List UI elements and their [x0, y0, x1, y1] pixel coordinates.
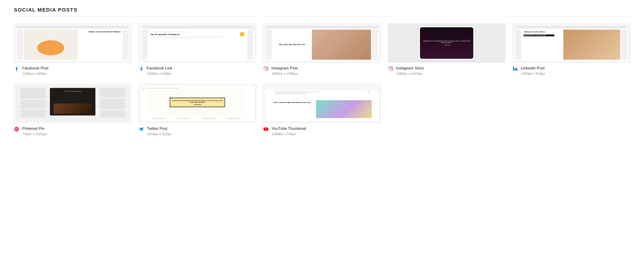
- twitter-icon: [138, 126, 144, 132]
- preview-headline: BUY ONE, GET ONE 50% OFF: [272, 30, 312, 60]
- section-title: SOCIAL MEDIA POSTS: [14, 7, 630, 17]
- svg-point-4: [390, 68, 392, 70]
- template-dimensions: 1080px x 1920px: [396, 72, 424, 75]
- template-card-instagram-post[interactable]: BUY ONE, GET ONE 50% OFF Instagram Post …: [263, 23, 381, 75]
- template-card-facebook-link[interactable]: Top Ten Benefits of Vitamin D Facebook L…: [138, 23, 256, 75]
- template-title: Facebook Post: [22, 66, 48, 71]
- youtube-icon: [263, 126, 269, 132]
- template-thumbnail: BUY ONE, GET ONE 50% OFF: [263, 23, 381, 63]
- svg-point-5: [392, 67, 392, 68]
- preview-attribution: —Michele Ruiz: [172, 104, 223, 105]
- template-thumbnail: “ IF PEOPLE ARE DOUBTING HOW FAR YOU CAN…: [138, 84, 256, 123]
- template-title: Instagram Post: [272, 66, 298, 71]
- svg-rect-3: [388, 67, 393, 71]
- template-thumbnail: Calling all online editors PROUDLY AMERI…: [512, 23, 630, 63]
- template-title: LinkedIn Post: [521, 66, 545, 71]
- template-title: Pinterest Pin: [22, 126, 47, 131]
- template-thumbnail: 20% off all takeout orders: [14, 84, 132, 123]
- template-thumbnail: GREAT JUICE FOR GREAT FRIENDS: [14, 23, 132, 63]
- template-card-twitter-post[interactable]: “ IF PEOPLE ARE DOUBTING HOW FAR YOU CAN…: [138, 84, 256, 136]
- linkedin-icon: [512, 66, 518, 72]
- preview-bar: PROUDLY AMERICA'S #1 CHOICE FOR CONTENT: [524, 35, 554, 36]
- template-grid: GREAT JUICE FOR GREAT FRIENDS Facebook P…: [14, 23, 630, 136]
- template-dimensions: 1200px x 628px: [521, 72, 545, 75]
- template-title: Facebook Link: [147, 66, 172, 71]
- facebook-icon: [14, 66, 20, 72]
- template-dimensions: 1080px x 1080px: [272, 72, 298, 75]
- preview-headline: 20% off all takeout orders: [51, 90, 94, 92]
- instagram-icon: [388, 66, 394, 72]
- template-title: YouTube Thumbnail: [272, 126, 306, 131]
- preview-headline: Top Ten Benefits of Vitamin D: [150, 33, 244, 36]
- svg-rect-0: [264, 67, 268, 71]
- template-thumbnail: Top Ten Benefits of Vitamin D: [138, 23, 256, 63]
- template-thumbnail: "Marketing is the act of telling stories…: [388, 23, 506, 63]
- preview-quote: "Marketing is the act of telling stories…: [422, 40, 472, 44]
- template-card-linkedin-post[interactable]: Calling all online editors PROUDLY AMERI…: [512, 23, 630, 75]
- preview-quote: IF PEOPLE ARE DOUBTING HOW FAR YOU CAN G…: [172, 100, 223, 103]
- preview-headline: Calling all online editors: [524, 31, 562, 33]
- template-title: Instagram Story: [396, 66, 424, 71]
- svg-point-2: [267, 67, 267, 68]
- preview-attribution: — Seth Godin: [422, 44, 472, 46]
- template-dimensions: 1200px x 900px: [22, 72, 48, 75]
- template-dimensions: 1280px x 720px: [272, 132, 306, 136]
- template-card-pinterest-pin[interactable]: 20% off all takeout orders Pinterest Pin…: [14, 84, 132, 136]
- template-card-instagram-story[interactable]: "Marketing is the act of telling stories…: [388, 23, 506, 75]
- template-dimensions: 1024px x 512px: [147, 132, 172, 136]
- template-dimensions: 735px x 1102px: [22, 132, 47, 136]
- template-thumbnail: How to choose the right multi-vitamin fo…: [263, 84, 381, 123]
- template-card-facebook-post[interactable]: GREAT JUICE FOR GREAT FRIENDS Facebook P…: [14, 23, 132, 75]
- preview-headline: GREAT JUICE FOR GREAT FRIENDS: [78, 30, 122, 60]
- facebook-icon: [138, 66, 144, 72]
- pinterest-icon: [14, 126, 20, 132]
- preview-headline: How to choose the right multi-vitamin fo…: [272, 100, 316, 118]
- instagram-icon: [263, 66, 269, 72]
- svg-point-1: [265, 68, 267, 70]
- template-card-youtube-thumbnail[interactable]: How to choose the right multi-vitamin fo…: [263, 84, 381, 136]
- template-title: Twitter Post: [147, 126, 172, 131]
- template-dimensions: 1200px x 628px: [147, 72, 172, 75]
